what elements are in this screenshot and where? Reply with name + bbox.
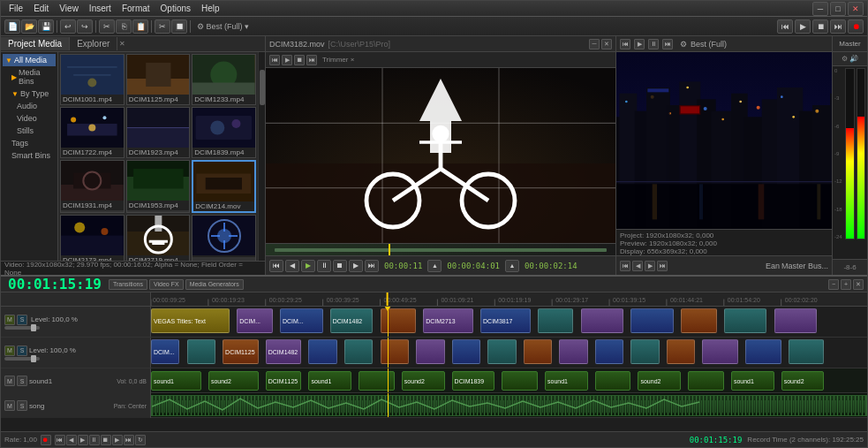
skip-back-button[interactable]: ⏮	[777, 19, 793, 34]
menu-view[interactable]: View	[55, 3, 83, 14]
clip-v2-11[interactable]	[524, 339, 552, 364]
track-vol-v1[interactable]	[4, 326, 40, 330]
media-thumb-12[interactable]	[192, 215, 256, 261]
clip-v1-11[interactable]	[681, 308, 717, 333]
clip-v2-8[interactable]	[416, 339, 444, 364]
bottom-pause[interactable]: ⏸	[89, 435, 100, 445]
media-thumb-6[interactable]: DCIM1839.mp4	[192, 107, 256, 158]
preview-scrubber[interactable]	[266, 243, 615, 255]
media-thumb-5[interactable]: DCIM1923.mp4	[126, 107, 191, 158]
output-header-btn-3[interactable]: ⏸	[648, 39, 659, 49]
ctrl-skip-back[interactable]: ⏮	[269, 260, 283, 272]
audio-clip-a1-12[interactable]	[688, 371, 724, 391]
tree-item-stills[interactable]: Stills	[3, 125, 56, 137]
bottom-prev[interactable]: ◀	[66, 435, 77, 445]
clip-v2-17[interactable]	[745, 339, 781, 364]
clip-v2-18[interactable]	[789, 339, 825, 364]
skip-forward-button[interactable]: ⏭	[830, 19, 846, 34]
tl-close[interactable]: ✕	[853, 279, 864, 290]
new-button[interactable]: 📄	[4, 19, 20, 34]
bottom-record-btn[interactable]: ⏺	[41, 435, 51, 445]
clip-v2-3[interactable]: DCIM1125	[223, 339, 259, 364]
preview-minimize-btn[interactable]: ─	[589, 39, 600, 49]
snap-button[interactable]: 🔲	[171, 19, 187, 34]
media-thumb-4[interactable]: DCIM1722.mp4	[60, 107, 125, 158]
tl-zoom-out[interactable]: −	[828, 279, 839, 290]
track-content-v2[interactable]: DCIM... DCIM1125 DCIM1482	[151, 338, 867, 368]
clip-v1-7[interactable]: DCIM3817	[480, 308, 531, 333]
clip-v2-16[interactable]	[702, 339, 738, 364]
tree-item-tags[interactable]: Tags	[3, 137, 56, 149]
audio-clip-a1-3[interactable]: DCIM1125	[266, 371, 302, 391]
media-grid[interactable]: DCIM1001.mp4 DCIM1125.mp4	[58, 52, 258, 261]
media-thumb-2[interactable]: DCIM1125.mp4	[126, 54, 191, 105]
record-button[interactable]: ⏺	[848, 19, 864, 34]
scrollbar-thumb[interactable]	[260, 70, 265, 105]
clip-v2-5[interactable]	[308, 339, 336, 364]
play-button[interactable]: ▶	[795, 19, 811, 34]
paste-button[interactable]: 📋	[132, 19, 148, 34]
panel-close-button[interactable]: ✕	[117, 40, 127, 48]
ctrl-mark-in[interactable]: ▲	[427, 260, 442, 272]
clip-v2-2[interactable]	[187, 339, 215, 364]
media-tree[interactable]: ▼ All Media ▶ Media Bins ▼ By Type Audio	[1, 52, 58, 261]
audio-clip-a1-10[interactable]	[595, 371, 631, 391]
audio-clip-a1-2[interactable]: sound2	[208, 371, 259, 391]
clip-v1-6[interactable]: DCIM2713	[423, 308, 473, 333]
clip-v1-9[interactable]	[581, 308, 624, 333]
media-thumb-1[interactable]: DCIM1001.mp4	[60, 54, 125, 105]
output-ctrl-3[interactable]: ▶	[645, 261, 655, 271]
video-fx-tab[interactable]: Video FX	[149, 279, 184, 290]
tree-item-all-media[interactable]: ▼ All Media	[3, 54, 56, 66]
media-gen-tab[interactable]: Media Generators	[185, 279, 244, 290]
tree-item-audio[interactable]: Audio	[3, 100, 56, 112]
track-mute-v1[interactable]: M	[4, 315, 15, 325]
track-content-a1[interactable]: sound1 sound2 DCIM1125 sound1 sound2 DCI…	[151, 368, 867, 392]
song-waveform-clip[interactable]	[151, 395, 867, 416]
maximize-button[interactable]: □	[830, 2, 846, 16]
audio-clip-a1-14[interactable]: sound2	[781, 371, 825, 391]
close-button[interactable]: ✕	[848, 2, 864, 16]
ctrl-skip-forward[interactable]: ⏭	[365, 260, 379, 272]
track-mute-v2[interactable]: M	[4, 345, 15, 356]
track-mute-a1[interactable]: M	[4, 376, 15, 386]
clip-v2-10[interactable]	[487, 339, 516, 364]
copy-button[interactable]: ⎘	[116, 19, 132, 34]
menu-file[interactable]: File	[4, 3, 27, 14]
output-header-btn-1[interactable]: ⏮	[620, 39, 630, 49]
output-ctrl-2[interactable]: ◀	[632, 261, 643, 271]
clip-v2-4[interactable]: DCIM1482	[266, 339, 302, 364]
timeline-ruler[interactable]: 00:00:09:25 00:00:19:23 00:00:29:25 00:0…	[151, 292, 867, 306]
clip-v1-12[interactable]	[724, 308, 767, 333]
audio-clip-a1-6[interactable]: sound2	[402, 371, 445, 391]
save-button[interactable]: 💾	[38, 19, 54, 34]
menu-edit[interactable]: Edit	[29, 3, 53, 14]
track-solo-v2[interactable]: S	[17, 345, 27, 356]
menu-options[interactable]: Options	[156, 3, 195, 14]
output-header-btn-2[interactable]: ▶	[634, 39, 645, 49]
clip-v1-3[interactable]: DCIM...	[280, 308, 323, 333]
media-thumb-3[interactable]: DCIM1233.mp4	[192, 54, 256, 105]
bottom-skip-back[interactable]: ⏮	[55, 435, 65, 445]
stop-button[interactable]: ⏹	[812, 19, 828, 34]
clip-v2-7[interactable]	[381, 339, 409, 364]
clip-v2-13[interactable]	[595, 339, 623, 364]
bottom-skip-forward[interactable]: ⏭	[124, 435, 134, 445]
trimmer-btn-1[interactable]: ⏮	[269, 55, 280, 65]
media-thumb-8[interactable]: DCIM1953.mp4	[126, 160, 191, 213]
clip-v1-8[interactable]	[538, 308, 574, 333]
track-vol-v2[interactable]	[4, 357, 40, 361]
clip-v2-6[interactable]	[344, 339, 373, 364]
undo-button[interactable]: ↩	[60, 19, 76, 34]
audio-clip-a1-1[interactable]: sound1	[151, 371, 201, 391]
trimmer-btn-4[interactable]: ⏭	[306, 55, 317, 65]
audio-clip-a1-13[interactable]: sound1	[731, 371, 774, 391]
clip-v2-15[interactable]	[667, 339, 695, 364]
output-ctrl-4[interactable]: ⏭	[657, 261, 668, 271]
transitions-tab[interactable]: Transitions	[109, 279, 147, 290]
track-mute-a2[interactable]: M	[4, 400, 15, 411]
audio-clip-a1-4[interactable]: sound1	[308, 371, 351, 391]
ctrl-play[interactable]: ▶	[301, 260, 315, 272]
ctrl-pause[interactable]: ⏸	[317, 260, 331, 272]
tree-item-video[interactable]: Video	[3, 112, 56, 125]
